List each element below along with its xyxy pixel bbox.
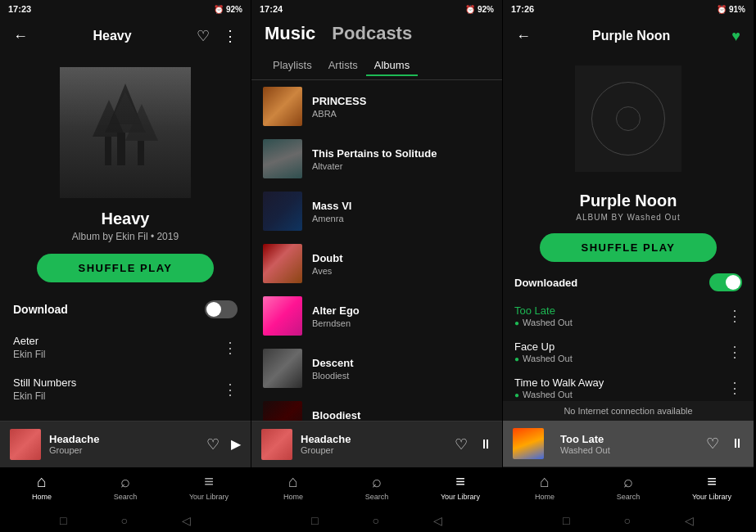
album-row-6[interactable]: Bloodiest Bloodiest — [251, 394, 502, 421]
album-cover-art — [60, 67, 191, 198]
album-thumb-6 — [263, 401, 302, 421]
track-item-1[interactable]: Still Numbers Ekin Fil ⋮ — [0, 368, 251, 410]
np-heart-button-3[interactable]: ♡ — [706, 435, 719, 453]
album-row-info-1: This Pertains to Solitude Altvater — [312, 147, 491, 171]
p3-more-2[interactable]: ⋮ — [727, 379, 742, 397]
nav-library-1[interactable]: ≡ Your Library — [167, 472, 251, 501]
home-label-1: Home — [32, 493, 52, 501]
album-row-4[interactable]: Alter Ego Berndsen — [251, 290, 502, 342]
more-icon-0[interactable]: ⋮ — [223, 339, 238, 357]
np-track-name-2: Headache — [301, 433, 351, 445]
more-icon-1[interactable]: ⋮ — [223, 381, 238, 399]
more-button-1[interactable]: ⋮ — [220, 24, 241, 48]
sys-bar-2: □ ○ ◁ — [251, 509, 502, 532]
sys-back-1: ◁ — [182, 514, 191, 527]
vinyl-art — [575, 65, 681, 172]
shuffle-play-button-3[interactable]: SHUFFLE PLAY — [540, 233, 716, 262]
downloaded-row: Downloaded — [503, 267, 754, 298]
sys-circle-3: ○ — [623, 514, 630, 527]
np-heart-button-1[interactable]: ♡ — [206, 435, 220, 453]
album-row-info-6: Bloodiest Bloodiest — [312, 409, 491, 422]
tab-podcasts[interactable]: Podcasts — [332, 23, 412, 49]
np-thumb-art-2 — [261, 429, 292, 460]
subtab-playlists[interactable]: Playlists — [265, 56, 320, 76]
np-pause-button-2[interactable]: ⏸ — [479, 437, 492, 452]
album-row-2[interactable]: Mass VI Amenra — [251, 185, 502, 237]
album-art-0 — [263, 87, 302, 126]
status-icons-1: ⏰ 92% — [214, 5, 242, 14]
battery-1: 92% — [226, 5, 242, 14]
tab-music[interactable]: Music — [265, 23, 315, 49]
track-item-2[interactable]: Over You Ekin Fil ⋮ — [0, 410, 251, 421]
np-thumbnail-2 — [261, 429, 292, 460]
library-icon-1: ≡ — [204, 472, 214, 491]
heavy-album-svg — [60, 67, 191, 198]
album-art-1 — [263, 139, 302, 178]
track-artist-0: Ekin Fil — [13, 349, 45, 360]
nav-library-2[interactable]: ≡ Your Library — [419, 472, 502, 501]
home-label-2: Home — [283, 493, 303, 501]
p3-track-info-0: Too Late ● Washed Out — [514, 304, 573, 327]
status-icons-3: ⏰ 91% — [717, 5, 745, 14]
track-info-0: Aeter Ekin Fil — [13, 335, 45, 360]
p3-track-2[interactable]: Time to Walk Away ● Washed Out ⋮ — [503, 370, 754, 401]
nav-search-2[interactable]: ⌕ Search — [335, 472, 419, 501]
album-row-0[interactable]: PRINCESS ABRA — [251, 80, 502, 133]
download-toggle-1[interactable] — [205, 300, 238, 318]
heart-button-1[interactable]: ♡ — [193, 24, 213, 48]
p3-track-0[interactable]: Too Late ● Washed Out ⋮ — [503, 298, 754, 334]
download-toggle-3[interactable] — [709, 273, 742, 291]
np-track-info-2: Headache Grouper — [301, 433, 351, 455]
time-3: 17:26 — [511, 4, 534, 14]
p3-artist-text-1: Washed Out — [523, 354, 573, 363]
album-row-artist-1: Altvater — [312, 161, 491, 171]
nav-home-3[interactable]: ⌂ Home — [503, 472, 586, 501]
p3-track-1[interactable]: Face Up ● Washed Out ⋮ — [503, 334, 754, 370]
search-icon-1: ⌕ — [120, 472, 130, 491]
nav-home-2[interactable]: ⌂ Home — [251, 472, 335, 501]
album-row-artist-4: Berndsen — [312, 318, 491, 328]
np-heart-button-2[interactable]: ♡ — [455, 435, 468, 453]
nav-search-1[interactable]: ⌕ Search — [84, 472, 167, 501]
album-cover-section: Heavy Album by Ekin Fil • 2019 SHUFFLE P… — [0, 54, 251, 292]
back-button-1[interactable]: ← — [10, 25, 31, 48]
status-bar-2: 17:24 ⏰ 92% — [251, 0, 502, 18]
np-controls-2: ♡ ⏸ — [455, 435, 492, 453]
np-play-button-1[interactable]: ▶ — [231, 436, 241, 452]
no-internet-bar: No Internet connection available — [503, 401, 754, 421]
library-label-1: Your Library — [189, 493, 229, 501]
library-icon-2: ≡ — [455, 472, 465, 491]
p3-track-artist-1: ● Washed Out — [514, 354, 573, 363]
sys-circle-2: ○ — [372, 514, 378, 527]
album-row-5[interactable]: Descent Bloodiest — [251, 342, 502, 394]
album-thumb-2 — [263, 192, 302, 231]
p3-more-0[interactable]: ⋮ — [727, 307, 742, 325]
nav-search-3[interactable]: ⌕ Search — [586, 472, 670, 501]
album-row-1[interactable]: This Pertains to Solitude Altvater — [251, 133, 502, 185]
nav-home-1[interactable]: ⌂ Home — [0, 472, 84, 501]
album-art-3 — [263, 244, 302, 283]
p3-artist-text-2: Washed Out — [523, 390, 573, 399]
battery-2: 92% — [478, 5, 494, 14]
album-row-3[interactable]: Doubt Aves — [251, 237, 502, 290]
library-label-3: Your Library — [692, 493, 731, 501]
np-pause-button-3[interactable]: ⏸ — [731, 436, 744, 451]
heart-button-3[interactable]: ♥ — [728, 25, 744, 48]
album-row-artist-2: Amenra — [312, 214, 491, 223]
subtab-albums[interactable]: Albums — [366, 56, 418, 76]
album-row-info-5: Descent Bloodiest — [312, 357, 491, 381]
p3-more-1[interactable]: ⋮ — [727, 343, 742, 361]
track-list-3: Too Late ● Washed Out ⋮ Face Up ● Washed… — [503, 298, 754, 401]
subtab-artists[interactable]: Artists — [320, 56, 366, 76]
album-cover-3 — [575, 65, 681, 172]
album-row-artist-5: Bloodiest — [312, 371, 491, 381]
np-controls-3: ♡ ⏸ — [706, 435, 744, 453]
svg-rect-8 — [138, 141, 144, 165]
back-button-3[interactable]: ← — [513, 25, 534, 48]
album-title-1: Heavy — [102, 210, 150, 228]
shuffle-play-button-1[interactable]: SHUFFLE PLAY — [37, 254, 213, 282]
nav-library-3[interactable]: ≡ Your Library — [670, 472, 754, 501]
library-icon-3: ≡ — [707, 472, 717, 491]
track-item-0[interactable]: Aeter Ekin Fil ⋮ — [0, 327, 251, 368]
search-label-3: Search — [617, 493, 641, 501]
